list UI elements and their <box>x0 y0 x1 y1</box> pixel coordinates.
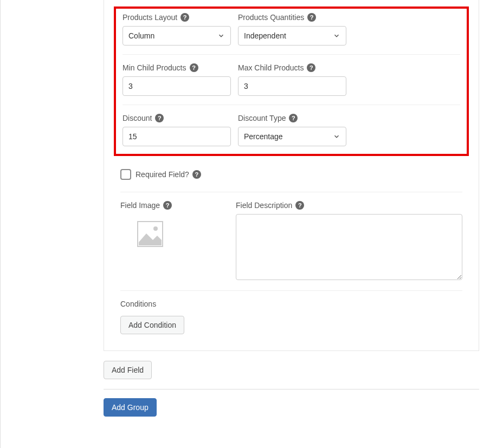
help-icon[interactable]: ? <box>295 201 304 210</box>
help-icon[interactable]: ? <box>307 13 316 22</box>
field-image-placeholder[interactable] <box>137 220 164 248</box>
max-child-products-label: Max Child Products <box>238 63 304 72</box>
divider <box>122 54 460 55</box>
help-icon[interactable]: ? <box>190 63 198 72</box>
help-icon[interactable]: ? <box>192 170 201 179</box>
image-placeholder-icon <box>137 220 164 248</box>
products-layout-select[interactable]: Column <box>122 26 231 46</box>
divider <box>122 105 460 105</box>
discount-type-label: Discount Type <box>238 114 286 122</box>
max-child-products-input[interactable] <box>238 76 346 96</box>
help-icon[interactable]: ? <box>155 114 164 122</box>
products-quantities-select[interactable]: Independent <box>238 26 346 46</box>
help-icon[interactable]: ? <box>307 63 315 72</box>
field-description-label: Field Description <box>236 201 292 210</box>
chevron-down-icon <box>333 32 340 40</box>
min-child-products-label: Min Child Products <box>122 63 186 72</box>
field-description-textarea[interactable] <box>236 214 462 280</box>
divider <box>120 290 462 291</box>
divider <box>120 192 462 192</box>
add-group-button[interactable]: Add Group <box>104 398 157 417</box>
svg-point-1 <box>153 226 158 231</box>
min-child-products-input[interactable] <box>122 76 231 96</box>
products-layout-label: Products Layout <box>122 13 177 22</box>
products-quantities-value: Independent <box>244 31 286 40</box>
add-condition-button[interactable]: Add Condition <box>120 316 184 334</box>
required-field-checkbox[interactable] <box>120 169 131 180</box>
required-field-label: Required Field? <box>136 170 189 179</box>
field-image-label: Field Image <box>120 201 160 210</box>
add-field-button[interactable]: Add Field <box>104 361 152 379</box>
help-icon[interactable]: ? <box>163 201 172 210</box>
discount-type-select[interactable]: Percentage <box>238 127 346 146</box>
help-icon[interactable]: ? <box>180 13 189 22</box>
field-settings-panel: Products Layout ? Column Products Quanti… <box>104 0 479 351</box>
discount-input[interactable] <box>122 127 231 146</box>
conditions-label: Conditions <box>120 300 462 308</box>
chevron-down-icon <box>333 133 340 140</box>
help-icon[interactable]: ? <box>289 114 298 122</box>
products-layout-value: Column <box>128 31 154 40</box>
chevron-down-icon <box>217 32 225 40</box>
discount-type-value: Percentage <box>244 132 283 141</box>
products-quantities-label: Products Quantities <box>238 13 304 22</box>
discount-label: Discount <box>122 114 152 122</box>
highlighted-settings-box: Products Layout ? Column Products Quanti… <box>114 7 469 156</box>
